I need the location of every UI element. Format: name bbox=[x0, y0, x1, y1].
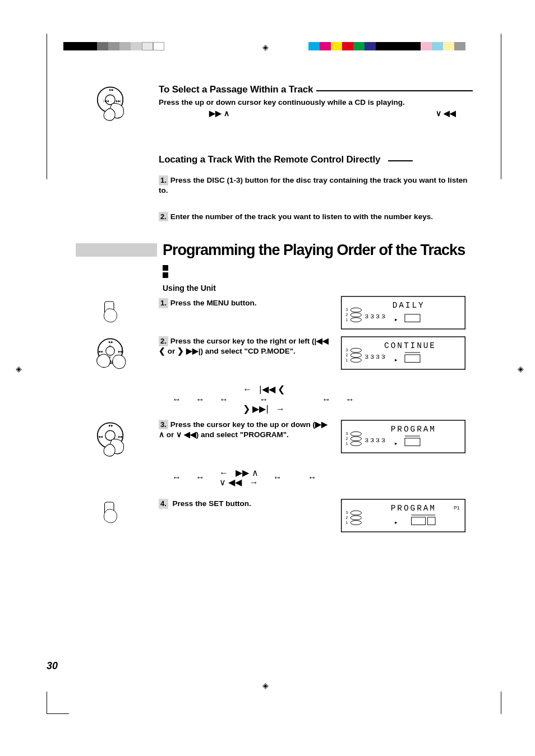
lcd-suffix: P1 bbox=[454, 505, 460, 511]
svg-point-12 bbox=[350, 313, 361, 317]
svg-text:▶▶|: ▶▶| bbox=[116, 99, 121, 103]
svg-text:▸: ▸ bbox=[395, 440, 398, 446]
svg-rect-15 bbox=[405, 314, 420, 322]
svg-text:|◀◀: |◀◀ bbox=[98, 350, 103, 353]
svg-text:3: 3 bbox=[345, 432, 348, 435]
svg-text:3333: 3333 bbox=[365, 313, 386, 320]
svg-text:3333: 3333 bbox=[365, 437, 386, 444]
svg-text:|◀◀: |◀◀ bbox=[98, 434, 103, 438]
svg-rect-50 bbox=[405, 438, 420, 446]
lcd-display: PROGRAM 321 3333 ▸ bbox=[339, 420, 467, 453]
svg-text:3: 3 bbox=[345, 511, 348, 514]
section-bar bbox=[76, 243, 157, 257]
svg-text:▸: ▸ bbox=[395, 317, 398, 323]
lcd-text: DAILY bbox=[393, 301, 425, 310]
lcd-display: CONTINUE 321 3333 ▸ bbox=[339, 336, 467, 370]
nav-diagram: ↔↔ ← ▶▶ ∧ ∨ ◀◀ → ↔↔ bbox=[154, 463, 468, 490]
step-number: 3. bbox=[159, 420, 168, 430]
svg-point-58 bbox=[350, 511, 361, 515]
registration-mark-icon bbox=[16, 364, 22, 373]
registration-mark-icon bbox=[262, 43, 269, 52]
bullet-icon bbox=[163, 265, 168, 271]
svg-text:∧: ∧ bbox=[109, 344, 111, 347]
step-number: 1. bbox=[159, 175, 168, 185]
step-number: 2. bbox=[159, 212, 168, 222]
page-number: 30 bbox=[47, 660, 58, 672]
nav-diagram: ↔↔↔ ← |◀◀ ❮ ↔ ❯ ▶▶| → ↔↔ bbox=[154, 380, 468, 416]
main-heading: Programming the Playing Order of the Tra… bbox=[163, 242, 468, 258]
crop-mark bbox=[47, 713, 69, 714]
down-rewind-icon: ∨ ◀◀ bbox=[219, 477, 242, 487]
svg-rect-33 bbox=[405, 355, 420, 363]
svg-text:2: 2 bbox=[345, 516, 348, 520]
prev-track-icon: |◀◀ ❮ bbox=[259, 384, 285, 394]
svg-text:1: 1 bbox=[345, 441, 348, 445]
svg-point-46 bbox=[350, 432, 361, 436]
svg-point-47 bbox=[350, 437, 361, 441]
registration-mark-icon bbox=[262, 681, 269, 690]
svg-point-11 bbox=[350, 308, 361, 312]
svg-point-30 bbox=[350, 353, 361, 358]
remote-press-icon bbox=[95, 298, 129, 332]
step-number: 2. bbox=[159, 336, 168, 346]
crop-mark bbox=[501, 34, 501, 179]
step-text: Press the SET button. bbox=[170, 499, 251, 508]
down-rewind-icon: ∨ ◀◀ bbox=[436, 109, 456, 119]
svg-point-60 bbox=[350, 521, 361, 525]
step-item: 2.Enter the number of the track you want… bbox=[159, 212, 468, 222]
step-text: Enter the number of the track you want t… bbox=[170, 212, 433, 221]
fastfwd-up-icon: ▶▶ ∧ bbox=[236, 468, 258, 477]
step-text: Press the cursor key to the right or lef… bbox=[159, 337, 329, 355]
section-heading: To Select a Passage Within a Track bbox=[159, 84, 313, 95]
step-text: Press the MENU button. bbox=[170, 299, 257, 307]
next-track-icon: ❯ ▶▶| bbox=[243, 404, 269, 414]
step-text: Press the DISC (1-3) button for the disc… bbox=[159, 176, 467, 194]
color-bar bbox=[308, 42, 465, 50]
svg-text:▸: ▸ bbox=[395, 358, 398, 363]
subheading: Using the Unit bbox=[163, 284, 468, 293]
svg-rect-61 bbox=[412, 517, 426, 525]
registration-mark-icon bbox=[518, 364, 524, 373]
crop-mark bbox=[47, 34, 47, 179]
svg-text:2: 2 bbox=[345, 313, 348, 317]
crop-mark bbox=[47, 692, 47, 714]
cursor-wheel-icon: |◀◀▶▶| ▶▶◀◀ bbox=[93, 420, 132, 459]
svg-text:▸: ▸ bbox=[395, 520, 398, 526]
step-item: 1.Press the DISC (1-3) button for the di… bbox=[159, 175, 468, 196]
svg-point-48 bbox=[350, 442, 361, 446]
svg-text:|◀◀: |◀◀ bbox=[103, 99, 108, 103]
svg-text:▶▶: ▶▶ bbox=[109, 424, 113, 427]
svg-text:▶▶: ▶▶ bbox=[109, 340, 113, 344]
fastfwd-up-icon: ▶▶ ∧ bbox=[209, 109, 229, 119]
grayscale-bar bbox=[63, 42, 164, 50]
svg-point-29 bbox=[350, 348, 361, 353]
svg-text:3: 3 bbox=[345, 348, 348, 352]
lcd-text: PROGRAM bbox=[391, 504, 436, 513]
svg-text:▶▶: ▶▶ bbox=[109, 88, 114, 91]
svg-point-31 bbox=[350, 358, 361, 363]
section-text: Press the up or down cursor key continuo… bbox=[159, 98, 473, 108]
cursor-wheel-icon: ▶▶◀◀ |◀◀▶▶| ∧∨ bbox=[93, 336, 132, 375]
section-heading: Locating a Track With the Remote Control… bbox=[159, 154, 380, 165]
svg-point-59 bbox=[350, 516, 361, 520]
svg-text:2: 2 bbox=[345, 353, 348, 357]
step-number: 1. bbox=[159, 298, 168, 308]
lcd-display: DAILY 321 3333 ▸ bbox=[339, 296, 467, 330]
crop-mark bbox=[501, 692, 501, 714]
svg-text:1: 1 bbox=[345, 358, 348, 362]
svg-text:1: 1 bbox=[345, 318, 348, 322]
bullet-icon bbox=[163, 272, 168, 278]
lcd-text: PROGRAM bbox=[391, 425, 436, 434]
step-number: 4. bbox=[159, 499, 168, 509]
svg-text:▶▶|: ▶▶| bbox=[118, 350, 123, 353]
svg-text:1: 1 bbox=[345, 521, 348, 525]
svg-text:▶▶|: ▶▶| bbox=[118, 434, 123, 438]
svg-point-13 bbox=[350, 318, 361, 322]
svg-text:2: 2 bbox=[345, 437, 348, 440]
svg-text:3333: 3333 bbox=[365, 353, 386, 360]
lcd-text: CONTINUE bbox=[384, 341, 436, 350]
step-text: Press the cursor key to the up or down (… bbox=[159, 420, 328, 439]
svg-rect-62 bbox=[428, 517, 436, 525]
remote-press-icon bbox=[95, 499, 129, 532]
cursor-wheel-icon: |◀◀▶▶| ▶▶◀◀ bbox=[93, 84, 132, 123]
